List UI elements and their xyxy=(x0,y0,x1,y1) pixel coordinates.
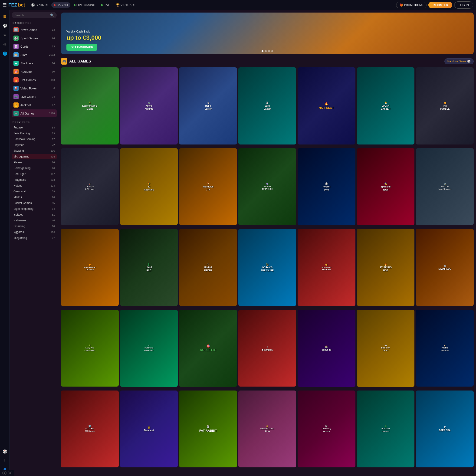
provider-playson[interactable]: Playson66 xyxy=(12,160,57,165)
cat-cards[interactable]: 🃏 Cards 13 xyxy=(12,43,57,51)
provider-netent[interactable]: Netent123 xyxy=(12,183,57,188)
cat-jackpot[interactable]: 💰 Jackpot 47 xyxy=(12,101,57,109)
sidebar-soccer-icon[interactable]: ⚽ xyxy=(1,21,9,30)
game-micro-knights[interactable]: ⚔️MicroKnights xyxy=(120,67,178,144)
provider-pocket[interactable]: Pocket Games55 xyxy=(12,200,57,206)
random-game-button[interactable]: Random Game 🎲 xyxy=(444,58,474,64)
cat-roulette-label: Roulette xyxy=(20,70,50,73)
game-oceans-treasure[interactable]: 🔱OCEAN'STREASURE xyxy=(238,229,296,306)
provider-isoftbet[interactable]: Isoftbet51 xyxy=(12,212,57,218)
cat-live-casino[interactable]: 📹 Live Casino 74 xyxy=(12,93,57,101)
nav-live-casino[interactable]: LIVE CASINO xyxy=(71,2,98,8)
site-logo[interactable]: ☰ FEZbet xyxy=(3,2,25,8)
game-mechanical-orange[interactable]: 🍊MECHANICALORANGE xyxy=(61,229,119,306)
cat-blackjack[interactable]: ♠ Blackjack 14 xyxy=(12,59,57,67)
sidebar-icons: ⊞ ⚽ ★ ◎ 🌐 🎲 ℹ 👤 xyxy=(0,10,10,476)
banner-dot-3[interactable] xyxy=(268,50,270,52)
game-deep-sea[interactable]: 🌊DEEP SEA xyxy=(416,391,474,468)
game-stunning-hot[interactable]: 🔥STUNNINGHOT xyxy=(357,229,415,306)
game-wild-easter[interactable]: 🐰WildEaster xyxy=(238,67,296,144)
game-hello-easter[interactable]: 🐇HelloEaster xyxy=(179,67,237,144)
game-fat-rabbit[interactable]: 🐰FAT RABBIT xyxy=(179,391,237,468)
game-spin-spell[interactable]: 🧙Spin andSpell xyxy=(357,148,415,225)
cat-slots[interactable]: 🎰 Slots 2593 xyxy=(12,51,57,59)
game-book-of-dead[interactable]: 📖BOOK OFDEAD xyxy=(357,310,415,387)
nav-live[interactable]: LIVE xyxy=(99,2,112,8)
provider-redtiger[interactable]: Red Tiger147 xyxy=(12,171,57,177)
game-rockabilly-wolves[interactable]: 🐺RockabillyWolves xyxy=(298,391,356,468)
game-secret-stones[interactable]: 🔮SECRETOF STONES xyxy=(238,148,296,225)
game-stampede[interactable]: 🐘STAMPEDE xyxy=(416,229,474,306)
provider-pragmatic[interactable]: Pragmatic203 xyxy=(12,177,57,183)
provider-merkur[interactable]: Merkur76 xyxy=(12,194,57,200)
provider-yggdrasil[interactable]: Yggdrasil116 xyxy=(12,229,57,235)
game-tnt-tumble[interactable]: 💥TNTTUMBLE xyxy=(416,67,474,144)
cat-hot-games[interactable]: 🔥 Hot Games 118 xyxy=(12,76,57,84)
provider-fugaso[interactable]: Fugaso53 xyxy=(12,125,57,130)
provider-habanero[interactable]: Habanero46 xyxy=(12,218,57,223)
provider-hacksaw[interactable]: Hacksaw Gaming17 xyxy=(12,136,57,142)
game-roulette[interactable]: 🎯ROULETTE xyxy=(179,310,237,387)
cat-jackpot-label: Jackpot xyxy=(20,103,50,107)
promotions-button[interactable]: 🎁 PROMOTIONS xyxy=(396,2,426,8)
game-dragon-pearls[interactable]: 🐉DRAGONPEARLS xyxy=(357,391,415,468)
game-lucky-easter[interactable]: 🐣LUCKYEASTER xyxy=(357,67,415,144)
game-solomon-king[interactable]: 👑SOLOMONTHE KING xyxy=(298,229,356,306)
banner-dot-1[interactable] xyxy=(262,50,263,52)
provider-bgaming[interactable]: BGaming68 xyxy=(12,223,57,229)
game-hot-slot[interactable]: 🔥HOT SLOT xyxy=(298,67,356,144)
sidebar-home-icon[interactable]: ⊞ xyxy=(1,12,9,20)
info-circle-icon[interactable]: ℹ xyxy=(2,471,6,475)
cat-video-poker[interactable]: 🎴 Video Poker 6 xyxy=(12,84,57,92)
game-baccarat[interactable]: 👩Baccarat xyxy=(120,391,178,468)
sidebar-live-icon[interactable]: ◎ xyxy=(1,40,9,48)
provider-gamomat[interactable]: Gamomat39 xyxy=(12,189,57,194)
nav-sports[interactable]: ⚽ SPORTS xyxy=(29,2,51,8)
game-larry-leprechaun[interactable]: 🍀Larry TheLeprechaun xyxy=(61,310,119,387)
provider-relax[interactable]: Relax gaming76 xyxy=(12,165,57,171)
game-avalon[interactable]: ⚔️AVALONLost Kingdom xyxy=(416,148,474,225)
game-mining-fever[interactable]: ⛏️MININGFEVER xyxy=(179,229,237,306)
cashback-button[interactable]: GET CASHBACK xyxy=(67,44,97,51)
game-super-10[interactable]: 🎰Super 10 xyxy=(298,310,356,387)
search-input[interactable] xyxy=(14,14,49,17)
login-button[interactable]: LOG IN xyxy=(454,1,473,9)
provider-1x2gaming[interactable]: 1x2gaming97 xyxy=(12,235,57,241)
game-40-roosters[interactable]: 🐓40Roosters xyxy=(120,148,178,225)
game-multihand-blackjack[interactable]: ♠MultihandBlackJack xyxy=(120,310,178,387)
game-leprechauns-magic[interactable]: 🍀Leprechaun'sMagic xyxy=(61,67,119,144)
game-meltdown[interactable]: 🍹Meltdown777 xyxy=(179,148,237,225)
provider-felix[interactable]: Felix Gaming19 xyxy=(12,131,57,136)
game-long-pao[interactable]: 🐉LONGPAO xyxy=(120,229,178,306)
cat-roulette[interactable]: 🎯 Roulette 10 xyxy=(12,68,57,75)
hamburger-icon[interactable]: ☰ xyxy=(3,2,6,8)
provider-microgaming[interactable]: Microgaming404 xyxy=(12,154,57,159)
sidebar-dice-icon[interactable]: 🎲 xyxy=(1,447,9,456)
search-icon[interactable]: 🔍 xyxy=(50,14,54,17)
settings-icon[interactable]: ⚙ xyxy=(8,471,12,475)
sidebar-info-icon[interactable]: ℹ xyxy=(1,457,9,465)
register-button[interactable]: REGISTER xyxy=(428,2,452,8)
banner-dot-2[interactable] xyxy=(265,50,267,52)
provider-playtech[interactable]: Playtech72 xyxy=(12,142,57,148)
banner-dot-4[interactable] xyxy=(271,50,273,52)
game-viking-voyage[interactable]: 🦅VIKINGVOYAGE xyxy=(416,310,474,387)
game-title: 🐰WildEaster xyxy=(264,101,271,110)
provider-bigtimegaming[interactable]: Big time gaming14 xyxy=(12,206,57,212)
game-sizzling-777[interactable]: 7️⃣SIZZLING777 Deluxe xyxy=(61,391,119,468)
promo-banner[interactable]: Weekly Cash Back up to €3,000 GET CASHBA… xyxy=(61,13,474,54)
nav-casino[interactable]: CASINO xyxy=(51,2,70,8)
game-cinderellas-ball[interactable]: 👸CINDERELLA'SBALL xyxy=(238,391,296,468)
sidebar-globe-icon[interactable]: 🌐 xyxy=(1,49,9,58)
sidebar-star-icon[interactable]: ★ xyxy=(1,31,9,39)
virtuals-icon: 🏆 xyxy=(116,3,120,7)
cat-sport-games[interactable]: ⚽ Sport Games 24 xyxy=(12,34,57,42)
provider-skywind[interactable]: Skywind106 xyxy=(12,148,57,153)
game-blackjack[interactable]: ♠Blackjack xyxy=(238,310,296,387)
search-box[interactable]: 🔍 xyxy=(12,12,57,18)
nav-virtuals[interactable]: 🏆 VIRTUALS xyxy=(114,2,137,8)
game-dr-jekyll[interactable]: 🎩Dr Jekyll& Mr Hyde xyxy=(61,148,119,225)
game-rocket-dice[interactable]: 🎲RocketDice xyxy=(298,148,356,225)
cat-all-games[interactable]: 🎮 All Games 2168 xyxy=(12,109,57,117)
cat-new-games[interactable]: 🆕 New Games 33 xyxy=(12,26,57,34)
